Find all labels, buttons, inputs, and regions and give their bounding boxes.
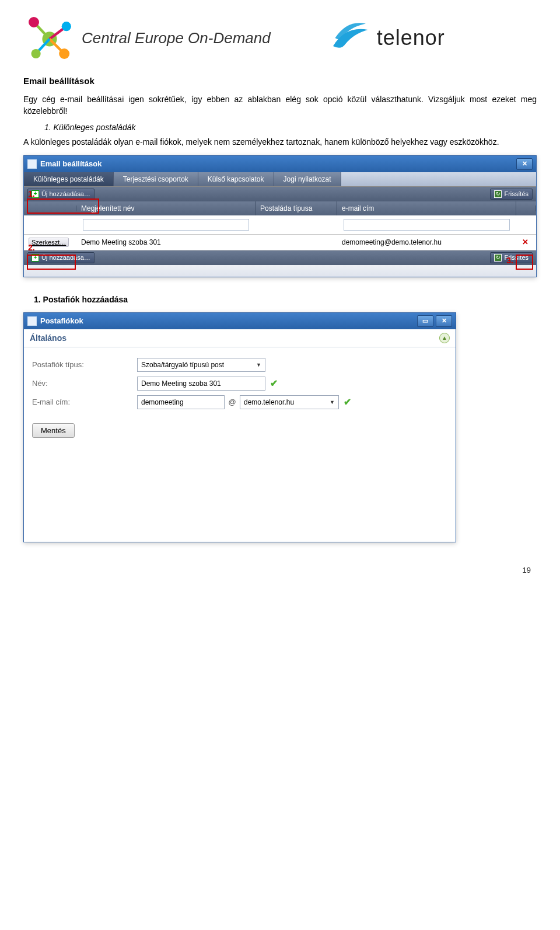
subsection-title: Postafiók hozzáadása [43,295,128,304]
svg-point-6 [62,22,71,31]
filter-name-input[interactable] [83,219,249,231]
name-input[interactable] [137,377,265,391]
email-settings-window: Email beállítások ✕ Különleges postaládá… [23,155,537,277]
row-name: Név: ✔ [32,377,447,391]
close-button[interactable]: ✕ [516,158,533,170]
edit-button-label: Szerkeszt… [32,239,66,246]
list-item-1-desc: A különleges postaládák olyan e-mail fió… [23,137,537,148]
tab-legal-disclaimer[interactable]: Jogi nyilatkozat [274,172,341,186]
telenor-logo: telenor [329,20,445,55]
col-edit [24,205,76,211]
list-item-1-label: Különleges postaládák [54,123,136,132]
window-title: Email beállítások [40,159,102,168]
mailbox-type-value: Szoba/tárgyaló típusú post [141,361,224,369]
email-domain-value: demo.telenor.hu [244,398,294,406]
collapse-icon[interactable]: ▲ [439,333,450,343]
delete-button[interactable]: ✕ [521,238,529,246]
close-button[interactable]: ✕ [436,315,452,327]
mailbox-type-select[interactable]: Szoba/tárgyaló típusú post ▼ [137,358,265,372]
subsection-number: 1. [34,295,41,304]
page-number: 19 [23,566,537,574]
filter-row [24,215,536,235]
grid-header: Megjelenített név Postaláda típusa e-mai… [24,201,536,215]
add-new-label: Új hozzáadása… [41,190,90,197]
tab-bar: Különleges postaládák Terjesztési csopor… [24,172,536,187]
col-mailbox-type: Postaláda típusa [256,201,337,215]
window-titlebar: Email beállítások ✕ [24,156,536,172]
toolbar-top: + Új hozzáadása… ↻ Frissítés [24,187,536,201]
doc-logos: Central Europe On-Demand telenor [23,12,537,64]
general-section-header: Általános ▲ [24,329,456,347]
ceod-text: Central Europe On-Demand [82,29,271,47]
refresh-icon: ↻ [494,254,502,262]
svg-point-5 [29,17,39,27]
grid-body: Szerkeszt… Demo Meeting szoba 301 demome… [24,215,536,250]
refresh-button-top[interactable]: ↻ Frissítés [490,189,533,200]
window-footer-filler [24,265,536,277]
plus-icon: + [32,254,39,262]
add-new-label-bottom: Új hozzáadása… [41,254,90,261]
add-new-button-bottom[interactable]: + Új hozzáadása… [27,252,94,263]
callout-3: 3. [506,256,513,265]
tab-external-contacts[interactable]: Külső kapcsolatok [198,172,274,186]
chevron-down-icon: ▼ [330,399,335,405]
row-mailbox-type [256,241,337,244]
tab-distribution-groups[interactable]: Terjesztési csoportok [114,172,198,186]
check-icon: ✔ [344,396,351,407]
window-icon [27,316,37,326]
intro-paragraph: Egy cég e-mail beállításai igen sokrétűe… [23,94,537,117]
table-row: Szerkeszt… Demo Meeting szoba 301 demome… [24,235,536,250]
maximize-button[interactable]: ▭ [417,315,433,327]
telenor-text: telenor [377,26,445,50]
email-local-input[interactable] [137,395,225,409]
toolbar-bottom: + Új hozzáadása… ↻ Frissítés [24,250,536,265]
add-new-button-top[interactable]: + Új hozzáadása… [27,189,94,200]
callout-2: 2. [28,243,35,252]
general-section-title: Általános [30,333,66,343]
add-mailbox-window: Postafiókok ▭ ✕ Általános ▲ Postafiók tí… [23,312,456,542]
refresh-icon: ↻ [494,190,502,198]
svg-point-8 [32,49,41,58]
refresh-label: Frissítés [504,190,528,197]
label-name: Név: [32,379,137,388]
col-action [516,205,536,211]
window2-title: Postafiókok [40,316,83,325]
window-icon [27,159,37,169]
list-item-1: 1. Különleges postaládák [44,123,537,132]
form-area: Postafiók típus: Szoba/tárgyaló típusú p… [24,347,456,542]
row-display-name: Demo Meeting szoba 301 [76,236,256,248]
label-mailbox-type: Postafiók típus: [32,360,137,369]
check-icon: ✔ [270,378,278,389]
subsection-heading: 1. Postafiók hozzáadása [34,295,537,304]
svg-point-7 [59,48,69,59]
window2-titlebar: Postafiókok ▭ ✕ [24,313,456,329]
row-mailbox-type: Postafiók típus: Szoba/tárgyaló típusú p… [32,358,447,372]
ceod-logo: Central Europe On-Demand [23,12,271,64]
tab-mailboxes[interactable]: Különleges postaládák [24,172,114,186]
row-email: E-mail cím: @ demo.telenor.hu ▼ ✔ [32,395,447,409]
col-email: e-mail cím [337,201,516,215]
row-email: demomeeting@demo.telenor.hu [337,236,516,248]
label-email: E-mail cím: [32,398,137,406]
telenor-icon [329,20,370,55]
save-button[interactable]: Mentés [32,423,75,438]
window2-filler [32,438,447,531]
ceod-icon [23,12,76,64]
chevron-down-icon: ▼ [256,362,261,368]
callout-1: 1. [28,189,35,198]
section-title: Email beállítások [23,76,537,86]
col-display-name: Megjelenített név [76,201,256,215]
list-item-1-number: 1. [44,123,51,132]
email-domain-select[interactable]: demo.telenor.hu ▼ [240,395,339,409]
filter-email-input[interactable] [344,219,510,231]
at-symbol: @ [225,398,240,406]
